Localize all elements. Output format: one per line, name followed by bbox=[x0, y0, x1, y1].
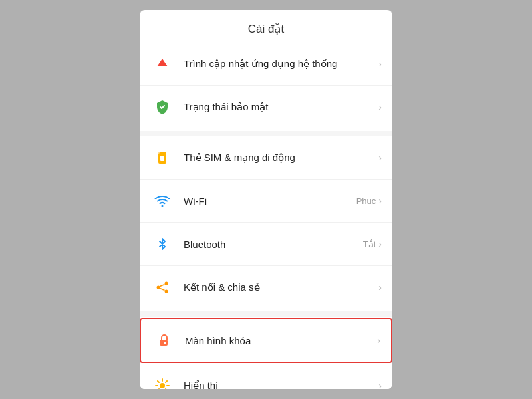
settings-list: Trình cập nhật ứng dụng hệ thống › Trạng… bbox=[140, 43, 392, 389]
chevron-icon: › bbox=[378, 152, 382, 163]
svg-point-13 bbox=[160, 383, 165, 388]
sidebar-item-lock-screen[interactable]: Màn hình khóa › bbox=[140, 318, 392, 363]
svg-rect-2 bbox=[160, 156, 164, 161]
wifi-icon bbox=[150, 189, 174, 213]
chevron-icon: › bbox=[377, 335, 380, 346]
chevron-icon: › bbox=[378, 196, 382, 206]
chevron-icon: › bbox=[378, 239, 382, 249]
divider-1 bbox=[140, 131, 392, 136]
chevron-icon: › bbox=[378, 59, 382, 69]
lock-screen-label: Màn hình khóa bbox=[185, 335, 377, 346]
bluetooth-status: Tắt bbox=[363, 239, 376, 249]
chevron-icon: › bbox=[378, 102, 382, 112]
svg-marker-0 bbox=[157, 59, 168, 66]
share-icon bbox=[150, 275, 174, 299]
lock-icon bbox=[152, 329, 176, 352]
svg-point-4 bbox=[162, 205, 164, 207]
svg-rect-10 bbox=[160, 340, 168, 346]
svg-point-7 bbox=[165, 290, 168, 293]
shield-check-icon bbox=[150, 95, 174, 119]
svg-line-20 bbox=[166, 381, 167, 382]
sim-mobile-label: Thẻ SIM & mạng di động bbox=[184, 152, 378, 164]
sidebar-item-system-update[interactable]: Trình cập nhật ứng dụng hệ thống › bbox=[140, 43, 392, 86]
svg-line-18 bbox=[158, 381, 159, 382]
bluetooth-icon bbox=[150, 232, 174, 256]
sidebar-item-display[interactable]: Hiển thị › bbox=[140, 364, 392, 389]
section-connectivity: Thẻ SIM & mạng di động › Wi-Fi bbox=[140, 136, 392, 309]
security-status-label: Trạng thái bảo mật bbox=[184, 101, 378, 113]
page-title: Cài đặt bbox=[140, 10, 392, 43]
svg-point-5 bbox=[157, 286, 160, 289]
sim-icon bbox=[150, 146, 174, 170]
sidebar-item-bluetooth[interactable]: Bluetooth Tắt › bbox=[140, 223, 392, 266]
sidebar-item-security-status[interactable]: Trạng thái bảo mật › bbox=[140, 86, 392, 128]
display-label: Hiển thị bbox=[184, 380, 378, 389]
bluetooth-label: Bluetooth bbox=[184, 239, 363, 250]
sidebar-item-connection-sharing[interactable]: Kết nối & chia sẻ › bbox=[140, 266, 392, 309]
svg-point-6 bbox=[165, 282, 168, 285]
chevron-icon: › bbox=[378, 282, 382, 293]
svg-rect-12 bbox=[164, 343, 166, 344]
svg-line-9 bbox=[160, 289, 165, 291]
sun-icon bbox=[150, 374, 174, 389]
divider-2 bbox=[140, 311, 392, 317]
section-screen: Màn hình khóa › bbox=[140, 318, 392, 389]
svg-line-8 bbox=[160, 285, 165, 287]
wifi-label: Wi-Fi bbox=[184, 196, 356, 207]
phone-container: Cài đặt Trình cập nhật ứng dụng hệ thống… bbox=[140, 10, 392, 389]
wifi-status: Phuc bbox=[356, 196, 376, 206]
chevron-icon: › bbox=[378, 380, 382, 389]
sidebar-item-sim-mobile[interactable]: Thẻ SIM & mạng di động › bbox=[140, 136, 392, 180]
system-update-label: Trình cập nhật ứng dụng hệ thống bbox=[184, 58, 378, 70]
connection-sharing-label: Kết nối & chia sẻ bbox=[184, 281, 378, 293]
arrow-up-icon bbox=[150, 52, 174, 76]
section-system: Trình cập nhật ứng dụng hệ thống › Trạng… bbox=[140, 43, 392, 128]
sidebar-item-wifi[interactable]: Wi-Fi Phuc › bbox=[140, 180, 392, 223]
